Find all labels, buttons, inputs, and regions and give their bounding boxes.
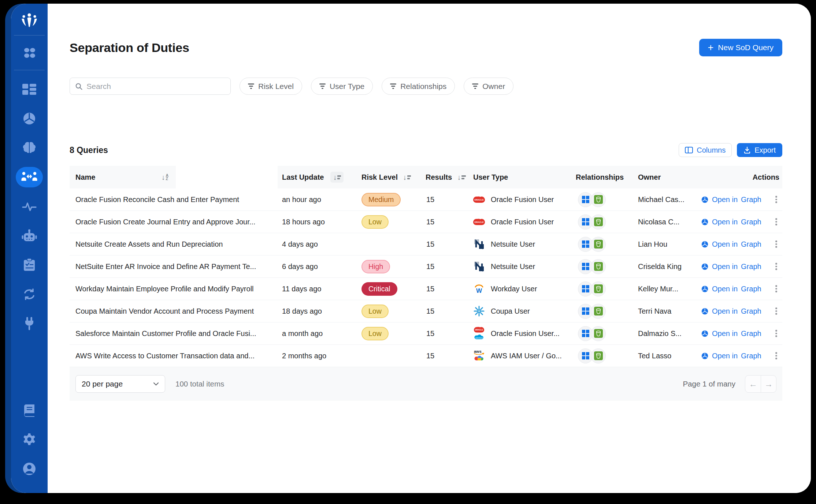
sidebar-item-integrations[interactable] <box>11 309 48 338</box>
search-box[interactable] <box>70 78 231 95</box>
sidebar-item-apps[interactable] <box>11 40 48 66</box>
filter-chip-owner[interactable]: Owner <box>464 78 513 95</box>
relationships-cell <box>571 214 632 229</box>
per-page-select[interactable]: 20 per page <box>75 375 165 393</box>
user-type-icon <box>472 261 486 272</box>
query-name: NetSuite Enter AR Invoice and Define AR … <box>70 255 278 278</box>
sidebar-item-dashboard[interactable] <box>11 75 48 104</box>
brain-icon <box>22 141 37 154</box>
actions-cell: Open in Graph <box>696 283 782 295</box>
sidebar-item-lifecycle[interactable] <box>11 280 48 309</box>
prev-page-button[interactable]: ← <box>745 376 761 392</box>
actions-cell: Open in Graph <box>696 350 782 362</box>
results-count: 15 <box>421 285 469 293</box>
relationships-cell <box>571 192 632 207</box>
activity-pulse-icon <box>22 201 37 212</box>
sidebar-item-account[interactable] <box>11 454 48 484</box>
open-in-graph-link[interactable]: Open in Graph <box>701 285 761 293</box>
toolbar-actions: Columns Export <box>679 143 782 157</box>
column-header-last-update[interactable]: Last Update ↓ <box>278 172 357 183</box>
sidebar-item-tasks[interactable] <box>11 250 48 280</box>
columns-button[interactable]: Columns <box>679 143 732 157</box>
sidebar-item-docs[interactable] <box>11 396 48 425</box>
row-menu-button[interactable] <box>774 238 779 250</box>
risk-badge: Critical <box>361 282 397 296</box>
user-type-label: Coupa User <box>491 307 530 316</box>
last-update: an hour ago <box>278 195 357 204</box>
export-button[interactable]: Export <box>737 143 782 157</box>
graph-aperture-icon <box>701 263 709 270</box>
filter-chip-relationships[interactable]: Relationships <box>382 78 455 95</box>
filter-chip-risk-level[interactable]: Risk Level <box>240 78 302 95</box>
results-count: 15 <box>421 307 469 316</box>
row-menu-button[interactable] <box>774 283 779 295</box>
results-count: 15 <box>421 352 469 360</box>
table-row[interactable]: Salesforce Maintain Customer Profile and… <box>70 322 782 345</box>
row-menu-button[interactable] <box>774 216 779 228</box>
row-menu-button[interactable] <box>774 260 779 273</box>
table-row[interactable]: NetSuite Enter AR Invoice and Define AR … <box>70 255 782 278</box>
relationships-cell <box>571 281 632 296</box>
svg-text:salesforce: salesforce <box>475 337 483 339</box>
owner-name: Nicolasa C... <box>632 218 696 226</box>
row-menu-button[interactable] <box>774 305 779 317</box>
user-type-cell: W Workday User <box>469 283 571 294</box>
column-header-user-type: User Type <box>469 173 571 182</box>
sort-icon[interactable]: ↓ <box>457 173 466 181</box>
table-row[interactable]: Oracle Fusion Create Journal Entry and A… <box>70 211 782 233</box>
sort-alpha-icon[interactable]: ↓AZ <box>161 173 168 181</box>
column-header-risk-level[interactable]: Risk Level ↓ <box>357 173 421 182</box>
next-page-button[interactable]: → <box>761 376 776 392</box>
table-row[interactable]: Oracle Fusion Reconcile Cash and Enter P… <box>70 188 782 211</box>
open-in-graph-link[interactable]: Open in Graph <box>701 262 761 271</box>
query-name: Workday Maintain Employee Profile and Mo… <box>70 278 278 300</box>
row-menu-button[interactable] <box>774 193 779 206</box>
actions-cell: Open in Graph <box>696 238 782 250</box>
column-header-name[interactable]: Name ↓AZ <box>70 166 278 188</box>
filter-icon <box>472 83 478 89</box>
sidebar <box>11 4 48 493</box>
sort-active-icon[interactable]: ↓ <box>330 172 344 183</box>
sidebar-item-activity[interactable] <box>11 192 48 221</box>
clipboard-icon <box>23 258 36 272</box>
table-body: Oracle Fusion Reconcile Cash and Enter P… <box>70 188 782 367</box>
sidebar-divider <box>14 70 45 70</box>
svg-text:ORACLE: ORACLE <box>474 221 483 223</box>
owner-name: Dalmazio S... <box>632 329 696 338</box>
search-input[interactable] <box>86 82 225 91</box>
book-icon <box>22 404 36 417</box>
table-row[interactable]: Coupa Maintain Vendor Account and Proces… <box>70 300 782 322</box>
user-type-icon: ORACLE <box>472 195 486 204</box>
filter-chip-user-type[interactable]: User Type <box>311 78 373 95</box>
row-menu-button[interactable] <box>774 350 779 362</box>
relationship-bucket-icon <box>591 237 606 252</box>
user-type-label: Netsuite User <box>491 240 535 249</box>
open-in-graph-link[interactable]: Open in Graph <box>701 329 761 338</box>
graph-aperture-icon <box>701 218 709 226</box>
sort-icon[interactable]: ↓ <box>403 173 411 181</box>
filter-icon <box>319 83 326 89</box>
open-in-graph-link[interactable]: Open in Graph <box>701 352 761 360</box>
open-in-graph-link[interactable]: Open in Graph <box>701 307 761 316</box>
sidebar-item-intelligence[interactable] <box>11 133 48 163</box>
sidebar-item-insights[interactable] <box>11 104 48 133</box>
table-row[interactable]: Workday Maintain Employee Profile and Mo… <box>70 278 782 300</box>
per-page-value: 20 per page <box>82 380 123 388</box>
table-row[interactable]: AWS Write Access to Customer Transaction… <box>70 345 782 367</box>
open-in-graph-link[interactable]: Open in Graph <box>701 195 761 204</box>
last-update: 18 hours ago <box>278 218 357 226</box>
sidebar-item-separation-of-duties[interactable] <box>11 163 48 192</box>
open-in-graph-link[interactable]: Open in Graph <box>701 240 761 249</box>
sidebar-item-assistant[interactable] <box>11 221 48 250</box>
table-row[interactable]: Netsuite Create Assets and Run Depreciat… <box>70 233 782 255</box>
risk-cell: Low <box>357 305 421 318</box>
column-header-results[interactable]: Results ↓ <box>421 173 469 182</box>
sidebar-item-settings[interactable] <box>11 425 48 454</box>
relationships-cell <box>571 237 632 252</box>
row-menu-button[interactable] <box>774 327 779 340</box>
user-type-cell: Coupa User <box>469 306 571 317</box>
open-in-graph-link[interactable]: Open in Graph <box>701 218 761 226</box>
page-info: Page 1 of many <box>683 380 735 388</box>
active-item-pill <box>16 167 43 187</box>
new-sod-query-button[interactable]: + New SoD Query <box>699 39 783 56</box>
